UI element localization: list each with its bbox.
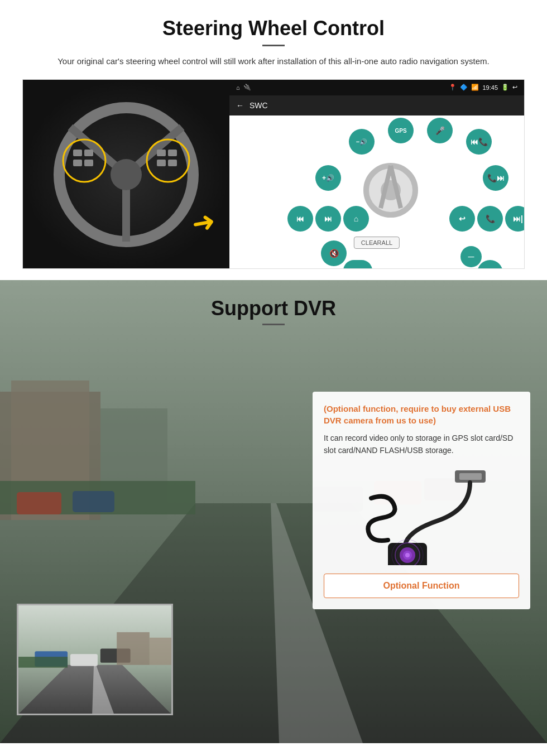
swc-demo-image: ➜ ⌂ 🔌 📍 🔷 📶 19:45 🔋 ↩ (22, 79, 525, 269)
swc-btn-home[interactable]: ⌂ (343, 206, 369, 232)
swc-btn-vol-down[interactable]: −🔊 (349, 129, 375, 155)
swc-btn-vol-up[interactable]: +🔊 (315, 165, 341, 191)
svg-rect-10 (84, 160, 93, 166)
dvr-camera-svg (338, 465, 505, 565)
swc-clearall-button[interactable]: CLEARALL (354, 237, 400, 249)
wifi-icon: 📶 (471, 84, 479, 91)
swc-btn-back[interactable]: ↩ (449, 206, 475, 232)
svg-rect-48 (18, 657, 68, 668)
dvr-title-divider (262, 324, 285, 325)
status-bar: ⌂ 🔌 📍 🔷 📶 19:45 🔋 ↩ (229, 80, 524, 95)
status-left: ⌂ 🔌 (236, 84, 251, 91)
svg-point-4 (111, 159, 142, 190)
dvr-product-image (324, 465, 519, 565)
dvr-title: Support DVR (0, 297, 547, 320)
swc-btn-power[interactable]: ⏻ (477, 260, 503, 269)
swc-nav-bar: ← SWC (229, 95, 524, 115)
swc-btn-prev-call[interactable]: ⏮📞 (466, 129, 492, 155)
status-time: 19:45 (482, 84, 498, 91)
swc-btn-skip[interactable]: ⏭| (505, 206, 525, 232)
title-divider (262, 45, 285, 46)
swc-btn-next-call[interactable]: 📞⏭ (483, 165, 508, 191)
swc-btn-dash[interactable]: — (460, 246, 482, 267)
svg-rect-50 (150, 637, 171, 664)
home-status-icon: ⌂ (236, 84, 240, 91)
arrow-icon: ➜ (189, 204, 218, 240)
svg-rect-13 (157, 160, 166, 166)
steering-wheel-photo: ➜ (23, 80, 229, 269)
bluetooth-icon: 🔷 (460, 84, 468, 91)
swc-btn-gps[interactable]: GPS (388, 118, 414, 143)
center-wheel (363, 162, 419, 218)
swc-btn-mute[interactable]: 🔇 (321, 240, 347, 266)
swc-screen: ⌂ 🔌 📍 🔷 📶 19:45 🔋 ↩ ← SWC (229, 80, 524, 268)
svg-rect-8 (84, 150, 93, 156)
swc-button-grid: −🔊 GPS 🎤 ⏮📞 +🔊 📞⏭ ⏮ ⏭ ⌂ ↩ 📞 ⏭| (229, 115, 524, 268)
steering-wheel-svg (42, 94, 210, 256)
support-dvr-section: Support DVR (Optional function, require … (0, 280, 547, 743)
battery-icon: 🔋 (501, 84, 509, 91)
steering-wheel-control-section: Steering Wheel Control Your original car… (0, 0, 547, 280)
back-status-icon: ↩ (512, 84, 517, 91)
back-nav-icon[interactable]: ← (236, 101, 244, 110)
dvr-title-area: Support DVR (0, 280, 547, 325)
swc-btn-prev[interactable]: ⏮ (287, 206, 313, 232)
usb-status-icon: 🔌 (243, 84, 251, 91)
swc-buttons-container: −🔊 GPS 🎤 ⏮📞 +🔊 📞⏭ ⏮ ⏭ ⌂ ↩ 📞 ⏭| (260, 118, 494, 266)
wheel-bg: ➜ (23, 80, 229, 269)
svg-rect-49 (117, 632, 150, 665)
svg-rect-33 (459, 473, 482, 480)
svg-rect-12 (168, 150, 177, 156)
swc-btn-phone[interactable]: 📞 (477, 206, 503, 232)
dvr-info-card: (Optional function, require to buy exter… (313, 392, 530, 610)
location-icon: 📍 (449, 84, 457, 91)
swc-btn-mic[interactable]: 🎤 (427, 118, 453, 143)
dvr-dashcam-preview (17, 604, 173, 715)
swc-description: Your original car's steering wheel contr… (56, 55, 491, 68)
swc-btn-next[interactable]: ⏭ (315, 206, 341, 232)
swc-title: Steering Wheel Control (22, 17, 525, 40)
dvr-description: It can record video only to storage in G… (324, 432, 519, 457)
svg-rect-14 (168, 160, 177, 166)
swc-btn-mode[interactable]: MODE (343, 260, 372, 269)
swc-nav-label: SWC (249, 101, 268, 110)
status-right: 📍 🔷 📶 19:45 🔋 ↩ (449, 84, 517, 91)
svg-point-38 (405, 553, 410, 557)
svg-rect-9 (73, 160, 82, 166)
dvr-optional-text: (Optional function, require to buy exter… (324, 403, 519, 426)
svg-rect-7 (73, 150, 82, 156)
svg-rect-51 (70, 654, 98, 666)
dvr-preview-content (18, 605, 171, 714)
dvr-preview-svg (18, 604, 171, 715)
optional-function-button[interactable]: Optional Function (324, 574, 519, 598)
svg-rect-11 (157, 150, 166, 156)
